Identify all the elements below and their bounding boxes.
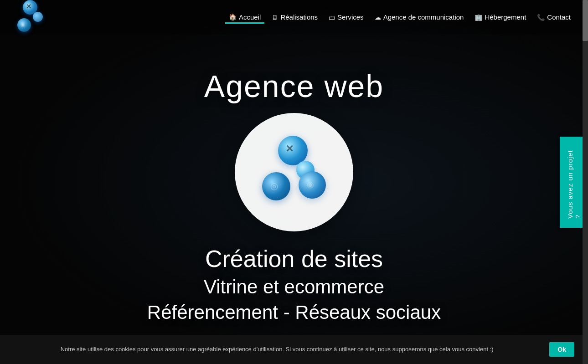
hero-content: Agence web Création de sites Vitrine et … xyxy=(0,0,588,364)
nav-label-hebergement: Hébergement xyxy=(485,13,526,21)
cloud-icon: ☁ xyxy=(375,14,381,21)
cookie-banner: Notre site utilise des cookies pour vous… xyxy=(0,335,588,364)
nav-label-services: Services xyxy=(337,13,364,21)
nav-label-contact: Contact xyxy=(547,13,571,21)
logo[interactable] xyxy=(14,0,50,36)
logo-sphere-2 xyxy=(33,12,43,22)
center-logo-circle xyxy=(235,113,353,231)
logo-spheres xyxy=(14,0,50,36)
briefcase-icon: 🗃 xyxy=(329,14,335,21)
scrollbar-thumb[interactable] xyxy=(583,0,588,41)
monitor-icon: 🖥 xyxy=(272,14,278,21)
hero-subtitle-1: Création de sites xyxy=(205,245,383,272)
scrollbar-track[interactable] xyxy=(583,0,588,364)
navbar: 🏠 Accueil 🖥 Réalisations 🗃 Services ☁ Ag… xyxy=(0,0,588,34)
center-spheres xyxy=(253,131,335,213)
center-sphere-4 xyxy=(299,171,326,199)
hero-title: Agence web xyxy=(204,68,384,104)
nav-item-services[interactable]: 🗃 Services xyxy=(325,11,367,23)
nav-underline-accueil xyxy=(225,22,264,24)
center-sphere-3 xyxy=(262,172,290,200)
nav-item-hebergement[interactable]: 🏢 Hébergement xyxy=(471,11,530,23)
nav-links: 🏠 Accueil 🖥 Réalisations 🗃 Services ☁ Ag… xyxy=(225,11,574,24)
hero-subtitle-2: Vitrine et ecommerce xyxy=(204,276,384,298)
phone-icon: 📞 xyxy=(537,14,545,21)
home-icon: 🏠 xyxy=(229,13,237,21)
cookie-ok-button[interactable]: Ok xyxy=(549,342,574,357)
logo-sphere-3 xyxy=(17,18,31,32)
nav-label-realisations: Réalisations xyxy=(280,13,318,21)
nav-item-accueil[interactable]: 🏠 Accueil xyxy=(225,11,264,24)
nav-item-realisations[interactable]: 🖥 Réalisations xyxy=(268,11,321,23)
cookie-text: Notre site utilise des cookies pour vous… xyxy=(14,345,540,354)
nav-item-agence[interactable]: ☁ Agence de communication xyxy=(371,11,468,23)
hero-subtitle-3: Référencement - Réseaux sociaux xyxy=(147,302,441,323)
sidebar-cta-label: Vous avez un projet ? xyxy=(566,146,582,219)
nav-label-accueil: Accueil xyxy=(239,13,261,21)
nav-item-contact[interactable]: 📞 Contact xyxy=(533,11,574,23)
building-icon: 🏢 xyxy=(475,14,482,21)
nav-label-agence: Agence de communication xyxy=(383,13,464,21)
